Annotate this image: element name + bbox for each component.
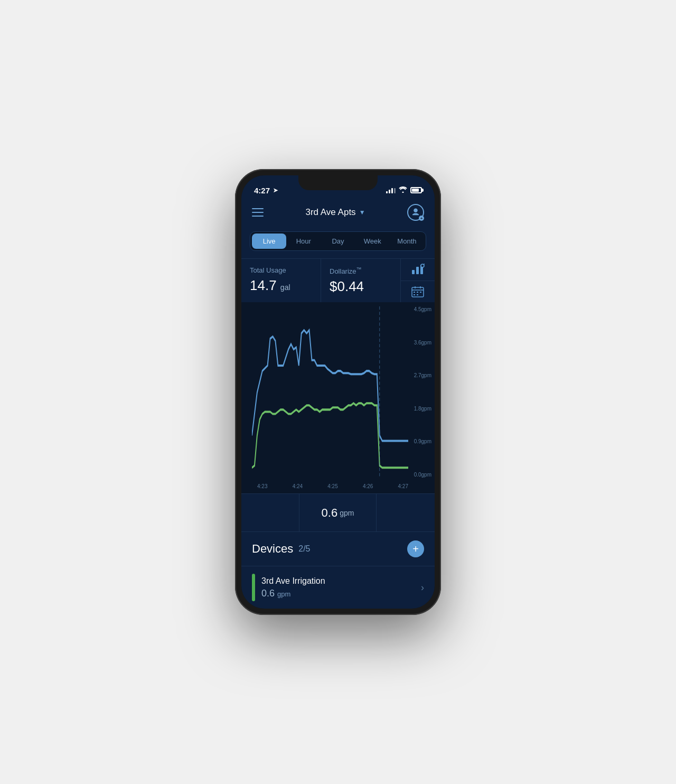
view-tabs: Live Hour Day Week Month — [250, 231, 426, 251]
tab-week[interactable]: Week — [355, 234, 390, 249]
total-usage-block: Total Usage 14.7 gal — [241, 259, 321, 302]
svg-rect-1 — [416, 267, 419, 274]
dollarize-value: $0.44 — [330, 278, 392, 295]
x-label-4: 4:27 — [398, 483, 408, 489]
flow-rate-unit: gpm — [340, 509, 354, 517]
devices-title: Devices — [252, 542, 293, 556]
total-usage-label: Total Usage — [250, 266, 312, 274]
x-label-3: 4:26 — [363, 483, 373, 489]
wifi-icon — [399, 186, 407, 194]
svg-line-4 — [424, 264, 425, 265]
total-usage-value: 14.7 gal — [250, 277, 312, 294]
x-label-0: 4:23 — [257, 483, 267, 489]
device-flow-value: 0.6 gpm — [261, 588, 415, 599]
chart-y-labels: 4.5gpm 3.6gpm 2.7gpm 1.8gpm 0.9gpm 0.0gp… — [414, 306, 431, 478]
flow-rate-left — [241, 494, 299, 531]
phone-screen: 4:27 ➤ — [241, 175, 435, 609]
dropdown-arrow-icon: ▼ — [359, 209, 365, 216]
status-time: 4:27 ➤ — [254, 186, 278, 195]
x-label-1: 4:24 — [293, 483, 303, 489]
location-arrow-icon: ➤ — [273, 187, 278, 194]
flow-rate-value: 0.6 — [322, 506, 338, 520]
chart-settings-button[interactable] — [401, 259, 435, 281]
tab-hour[interactable]: Hour — [286, 234, 321, 249]
y-label-5: 0.0gpm — [414, 472, 431, 478]
y-label-0: 4.5gpm — [414, 306, 431, 312]
phone-device: 4:27 ➤ — [235, 169, 441, 615]
svg-rect-10 — [417, 292, 418, 293]
y-label-1: 3.6gpm — [414, 340, 431, 346]
svg-rect-9 — [414, 292, 415, 293]
tabs-container: Live Hour Day Week Month — [241, 226, 435, 258]
stat-actions — [401, 259, 435, 302]
calendar-icon — [411, 286, 424, 297]
blue-chart-line — [252, 330, 408, 441]
flow-rate-row: 0.6 gpm — [241, 493, 435, 531]
device-info: 3rd Ave Irrigation 0.6 gpm — [261, 576, 415, 599]
chart-svg — [252, 306, 408, 479]
tab-month[interactable]: Month — [390, 234, 424, 249]
add-user-button[interactable]: + — [407, 204, 424, 221]
chart-settings-icon — [411, 264, 425, 275]
user-icon — [411, 208, 420, 217]
location-name: 3rd Ave Apts — [305, 207, 355, 218]
devices-count: 2/5 — [298, 544, 310, 554]
location-title[interactable]: 3rd Ave Apts ▼ — [305, 207, 365, 218]
y-label-3: 1.8gpm — [414, 406, 431, 412]
notch — [298, 175, 378, 190]
header-nav: 3rd Ave Apts ▼ + — [241, 199, 435, 226]
x-label-2: 4:25 — [327, 483, 337, 489]
device-status-indicator — [252, 574, 255, 601]
chart-svg-container — [252, 306, 408, 479]
device-item[interactable]: 3rd Ave Irrigation 0.6 gpm › — [241, 566, 435, 609]
menu-button[interactable] — [252, 208, 264, 217]
flow-rate-right — [377, 494, 435, 531]
dollarize-block: Dollarize™ $0.44 — [321, 259, 401, 302]
flow-rate-display: 0.6 gpm — [299, 494, 377, 531]
svg-rect-13 — [417, 294, 418, 295]
devices-title-group: Devices 2/5 — [252, 542, 311, 556]
green-chart-line — [252, 404, 408, 468]
devices-header: Devices 2/5 + — [241, 531, 435, 566]
add-device-button[interactable]: + — [407, 540, 424, 557]
chart-area: 4.5gpm 3.6gpm 2.7gpm 1.8gpm 0.9gpm 0.0gp… — [241, 302, 435, 493]
battery-icon — [410, 187, 422, 193]
svg-rect-12 — [414, 294, 415, 295]
chart-x-labels: 4:23 4:24 4:25 4:26 4:27 — [257, 483, 408, 489]
stats-row: Total Usage 14.7 gal Dollarize™ $0.44 — [241, 258, 435, 302]
tab-live[interactable]: Live — [252, 234, 286, 249]
tab-day[interactable]: Day — [321, 234, 355, 249]
calendar-button[interactable] — [401, 281, 435, 303]
device-chevron-icon: › — [421, 582, 424, 593]
device-name: 3rd Ave Irrigation — [261, 576, 415, 586]
svg-rect-0 — [412, 270, 415, 274]
dollarize-label: Dollarize™ — [330, 266, 392, 275]
status-icons — [386, 186, 422, 194]
svg-rect-11 — [420, 292, 421, 293]
add-icon: + — [419, 216, 424, 221]
y-label-4: 0.9gpm — [414, 438, 431, 444]
signal-icon — [386, 187, 396, 193]
y-label-2: 2.7gpm — [414, 372, 431, 378]
